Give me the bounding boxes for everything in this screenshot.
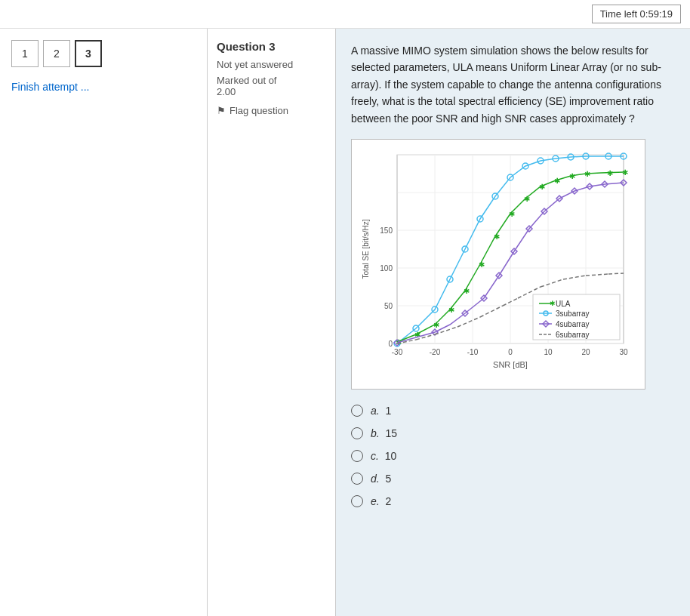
svg-text:✱: ✱ — [622, 168, 628, 177]
option-a[interactable]: a. 1 — [351, 405, 675, 417]
radio-c[interactable] — [351, 450, 363, 462]
svg-text:0: 0 — [508, 348, 513, 356]
svg-text:Total SE [bit/s/Hz]: Total SE [bit/s/Hz] — [362, 219, 370, 279]
svg-text:20: 20 — [581, 348, 590, 356]
svg-text:-10: -10 — [467, 348, 479, 356]
svg-text:150: 150 — [380, 226, 393, 235]
radio-e[interactable] — [351, 495, 363, 507]
flag-question-button[interactable]: ⚑ Flag question — [217, 105, 288, 116]
svg-text:6subarray: 6subarray — [556, 331, 589, 339]
svg-text:✱: ✱ — [607, 169, 613, 177]
svg-text:50: 50 — [384, 302, 393, 310]
question-meta-panel: Question 3 Not yet answered Marked out o… — [208, 29, 336, 616]
svg-text:✱: ✱ — [479, 260, 485, 269]
svg-text:✱: ✱ — [554, 177, 560, 185]
timer-bar: Time left 0:59:19 — [0, 0, 690, 29]
radio-d[interactable] — [351, 473, 363, 485]
question-title: Question 3 — [217, 40, 326, 53]
svg-text:✱: ✱ — [539, 183, 545, 191]
svg-text:30: 30 — [619, 348, 628, 356]
option-d[interactable]: d. 5 — [351, 473, 675, 485]
radio-b[interactable] — [351, 427, 363, 439]
svg-text:✱: ✱ — [433, 321, 439, 329]
svg-text:✱: ✱ — [524, 195, 530, 203]
options-list: a. 1 b. 15 c. 10 — [351, 405, 675, 507]
svg-text:4subarray: 4subarray — [556, 320, 589, 328]
radio-a[interactable] — [351, 405, 363, 417]
svg-text:✱: ✱ — [464, 287, 470, 295]
svg-text:10: 10 — [544, 348, 553, 356]
finish-attempt-link[interactable]: Finish attempt ... — [11, 81, 89, 93]
svg-text:✱: ✱ — [550, 300, 556, 307]
flag-icon: ⚑ — [217, 105, 226, 116]
question-nav: 1 2 3 — [11, 40, 196, 67]
svg-text:✱: ✱ — [569, 172, 575, 180]
svg-text:100: 100 — [380, 264, 393, 273]
svg-text:✱: ✱ — [448, 306, 454, 314]
timer-display: Time left 0:59:19 — [592, 5, 681, 23]
option-c[interactable]: c. 10 — [351, 450, 675, 462]
chart-container: 0 50 100 150 -30 -20 -10 0 10 20 30 Tota… — [351, 139, 645, 390]
nav-btn-1[interactable]: 1 — [11, 40, 39, 67]
chart-svg: 0 50 100 150 -30 -20 -10 0 10 20 30 Tota… — [359, 147, 639, 381]
svg-text:ULA: ULA — [556, 300, 571, 308]
option-e[interactable]: e. 2 — [351, 495, 675, 507]
question-marks: Marked out of 2.00 — [217, 75, 326, 97]
svg-text:✱: ✱ — [494, 233, 500, 241]
svg-text:✱: ✱ — [584, 170, 590, 178]
main-layout: 1 2 3 Finish attempt ... Question 3 Not … — [0, 29, 690, 616]
svg-text:-20: -20 — [430, 348, 441, 356]
question-status: Not yet answered — [217, 59, 326, 70]
svg-text:0: 0 — [388, 340, 393, 348]
svg-text:SNR [dB]: SNR [dB] — [493, 360, 528, 369]
question-content: A massive MIMO system simulation shows t… — [336, 29, 690, 616]
nav-btn-2[interactable]: 2 — [43, 40, 70, 67]
svg-text:-30: -30 — [392, 348, 403, 356]
question-text: A massive MIMO system simulation shows t… — [351, 42, 675, 127]
svg-line-80 — [608, 273, 624, 274]
option-b[interactable]: b. 15 — [351, 427, 675, 439]
svg-text:3subarray: 3subarray — [556, 310, 589, 318]
svg-text:✱: ✱ — [509, 210, 515, 218]
sidebar: 1 2 3 Finish attempt ... — [0, 29, 208, 616]
nav-btn-3[interactable]: 3 — [75, 40, 102, 67]
